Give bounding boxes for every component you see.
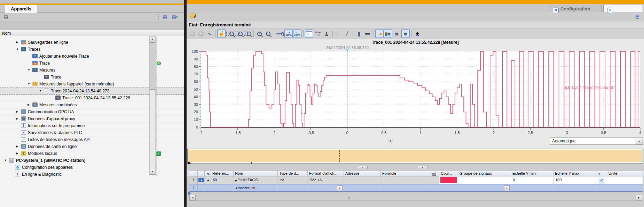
cell-adresse[interactable] [344,176,381,184]
zoom-y-area-button[interactable]: ↕ [235,30,243,38]
legend-list-button[interactable]: ≣ [384,30,392,38]
horizontal-measure-button[interactable]: ∥ [363,30,372,38]
cursor-marker-icon[interactable] [346,48,349,51]
cell-format[interactable]: Déc +/- [308,176,344,184]
new-item-icon[interactable]: ▤ [2,13,10,21]
cell-ymax[interactable]: 100 [553,176,596,184]
splitter-down-button[interactable]: ▼ [418,166,427,169]
tab-configuration[interactable]: ⚙Configuration [549,5,602,12]
cell-nom[interactable]: <Insérer un ... [234,184,278,192]
column-header-format[interactable]: Format d'affich... [308,170,344,176]
pan-button[interactable]: ☝ [217,30,226,38]
cell-format[interactable]: ▼ [308,184,344,192]
cell-groupe[interactable]: ▼ [458,184,511,192]
cell-ymin[interactable]: 0 [511,176,553,184]
scale-y-100-button[interactable]: ↑y100% [284,30,293,38]
table-horizontal-scrollbar[interactable]: ◄ ► [187,194,644,201]
zoom-in-button[interactable]: + [255,30,264,38]
column-header-tag[interactable] [198,170,205,176]
column-header-num[interactable] [189,170,198,176]
tab-diagramme[interactable]: ∿Diagramme [603,5,643,12]
cell-ymin[interactable] [511,184,553,192]
expander-closed-icon[interactable]: ▶ [28,103,30,106]
export-measurement-icon[interactable]: ↱ [189,13,196,20]
legend-align-right-button[interactable]: ≣ [401,30,410,38]
cell-groupe[interactable] [458,176,511,184]
trace-overview-bar[interactable] [187,149,643,163]
cell-ref[interactable]: $0 [211,176,234,184]
time-axis-mode-select[interactable]: Automatique ▼ [550,138,643,145]
expander-closed-icon[interactable]: ▶ [16,117,18,120]
table-view-icon[interactable]: ▦ [161,13,169,21]
cell-unite[interactable] [607,176,643,184]
cell-chk[interactable] [596,184,607,192]
signal-overview-button[interactable]: ∿ [305,30,313,38]
time-offset-button[interactable]: ± [322,30,331,38]
scroll-up-button[interactable]: ▲ [150,36,155,42]
cell-spk[interactable] [205,184,211,192]
time-reference-button[interactable]: 00:00→t [314,30,322,38]
cell-adresse[interactable] [344,184,381,192]
expander-open-icon[interactable]: ▼ [39,89,42,92]
cell-formule[interactable] [381,184,430,192]
column-header-fx[interactable]: f() [430,170,439,176]
zoom-area-button[interactable] [226,30,234,38]
cell-spk[interactable]: ◄: [205,176,211,184]
export-table-icon[interactable]: ▦➜ [170,13,178,21]
scroll-left-button[interactable]: ◄ [189,195,196,201]
cell-type[interactable] [278,184,308,192]
expander-open-icon[interactable]: ▼ [28,82,30,85]
cell-ymax[interactable] [553,184,596,192]
scrollbar-track[interactable] [196,195,635,201]
expander-open-icon[interactable]: ▼ [28,68,30,72]
legend-align-left-button[interactable]: ≣ [393,30,401,38]
cell-type[interactable]: Int [278,176,308,184]
column-header-groupe[interactable]: Groupe de signaux [458,170,511,176]
overview-cursor-line[interactable] [339,150,340,162]
expander-closed-icon[interactable]: ▶ [16,152,18,155]
column-header-ymin[interactable]: Echelle Y min [511,170,553,176]
scroll-right-button[interactable]: ► [636,195,642,201]
scrollbar-thumb[interactable] [150,42,155,90]
column-header-spk[interactable]: ◄: [205,170,211,176]
forward-button[interactable]: ► [197,30,205,38]
overview-start-marker[interactable] [187,161,191,164]
cell-unite[interactable] [607,184,643,192]
autoscale-checkbox[interactable]: ✓ [599,178,604,183]
expander-open-icon[interactable]: ▼ [4,159,7,162]
cell-coul[interactable] [439,184,458,192]
cell-tag[interactable] [198,184,205,192]
cell-fx[interactable] [430,176,439,184]
column-header-coul[interactable]: Coul... [439,170,458,176]
chart-cursor-button[interactable]: ∿ [205,30,214,38]
interpolation-button[interactable]: ╱ [343,30,351,38]
trace-plot[interactable]: 0102030405060708090100-2-1,5-1-0,500,511… [187,47,644,137]
splitter-up-button[interactable]: ▲ [358,166,368,169]
expander-open-icon[interactable]: ▼ [16,48,19,51]
cell-formule[interactable] [381,176,430,184]
cell-num[interactable]: 1 [189,176,198,184]
legend-position-button[interactable]: ⇥ [375,30,384,38]
cell-ref[interactable] [211,184,234,192]
table-row-2[interactable]: 2<Insérer un ...▼▼ [187,184,644,192]
expander-closed-icon[interactable]: ▶ [235,179,237,182]
tree-column-header-nom[interactable]: Nom [0,30,184,36]
cell-chk[interactable]: ✓ [596,176,607,184]
signal-color-swatch[interactable] [440,177,457,183]
cell-num[interactable]: 2 [189,184,198,192]
column-header-unite[interactable]: Unité [607,170,643,176]
chevron-down-icon[interactable]: ▼ [504,185,510,191]
column-header-chk[interactable]: ↑y100% [596,170,607,176]
cell-fx[interactable] [430,184,439,192]
table-row-1[interactable]: 1◄◄:$0▶"HMI TAGS"....IntDéc +/-0100✓ [187,176,644,184]
zoom-100-button[interactable]: 100% [276,30,284,38]
column-header-type[interactable]: Type de d... [278,170,308,176]
scale-x-100-button[interactable]: x→100% [293,30,301,38]
zoom-out-button[interactable]: − [264,30,272,38]
expander-closed-icon[interactable]: ▶ [16,145,18,148]
expander-closed-icon[interactable]: ▶ [16,41,18,44]
column-header-adresse[interactable]: Adresse [344,170,381,176]
chevron-down-icon[interactable]: ▼ [337,185,343,191]
column-header-formule[interactable]: Formule [381,170,430,176]
vertical-measure-button[interactable]: ∥ [355,30,363,38]
